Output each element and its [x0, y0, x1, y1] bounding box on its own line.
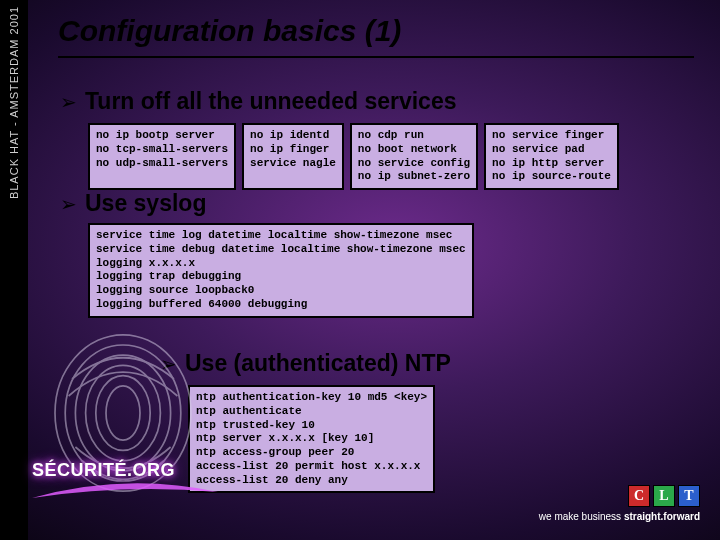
tagline: we make business straight.forward: [539, 511, 700, 522]
bullet-3: ➢ Use (authenticated) NTP: [160, 350, 451, 377]
sidebar: BLACK HAT - AMSTERDAM 2001: [0, 0, 28, 540]
bullet-3-text: Use (authenticated) NTP: [185, 350, 451, 377]
arrow-icon: ➢: [160, 354, 177, 374]
svg-point-3: [86, 365, 161, 460]
page-title: Configuration basics (1): [58, 14, 401, 48]
code-box-3: no cdp run no boot network no service co…: [350, 123, 478, 190]
code-box-1: no ip bootp server no tcp-small-servers …: [88, 123, 236, 190]
tagline-bold: straight.forward: [624, 511, 700, 522]
bullet-1: ➢ Turn off all the unneeded services: [60, 88, 700, 115]
arrow-icon: ➢: [60, 92, 77, 112]
svg-point-4: [96, 376, 150, 451]
bullet-2-text: Use syslog: [85, 190, 206, 217]
clt-box-c: C: [628, 485, 650, 507]
clt-box-t: T: [678, 485, 700, 507]
code-box-4: no service finger no service pad no ip h…: [484, 123, 619, 190]
content: ➢ Turn off all the unneeded services no …: [60, 88, 700, 318]
clt-boxes: C L T: [628, 485, 700, 507]
ntp-block: ➢ Use (authenticated) NTP ntp authentica…: [160, 350, 451, 493]
code-box-ntp: ntp authentication-key 10 md5 <key> ntp …: [188, 385, 435, 493]
arrow-icon: ➢: [60, 194, 77, 214]
sidebar-label: BLACK HAT - AMSTERDAM 2001: [8, 6, 20, 199]
svg-point-2: [75, 355, 170, 471]
code-box-syslog: service time log datetime localtime show…: [88, 223, 474, 318]
code-boxes-row: no ip bootp server no tcp-small-servers …: [88, 123, 700, 190]
tagline-prefix: we make business: [539, 511, 624, 522]
footer-right: C L T we make business straight.forward: [539, 485, 700, 522]
clt-box-l: L: [653, 485, 675, 507]
bullet-1-text: Turn off all the unneeded services: [85, 88, 457, 115]
svg-point-5: [106, 386, 140, 440]
title-underline: [58, 56, 694, 58]
securite-logo: SÉCURITÉ.ORG: [32, 460, 175, 481]
bullet-2: ➢ Use syslog: [60, 190, 700, 217]
code-box-2: no ip identd no ip finger service nagle: [242, 123, 344, 190]
